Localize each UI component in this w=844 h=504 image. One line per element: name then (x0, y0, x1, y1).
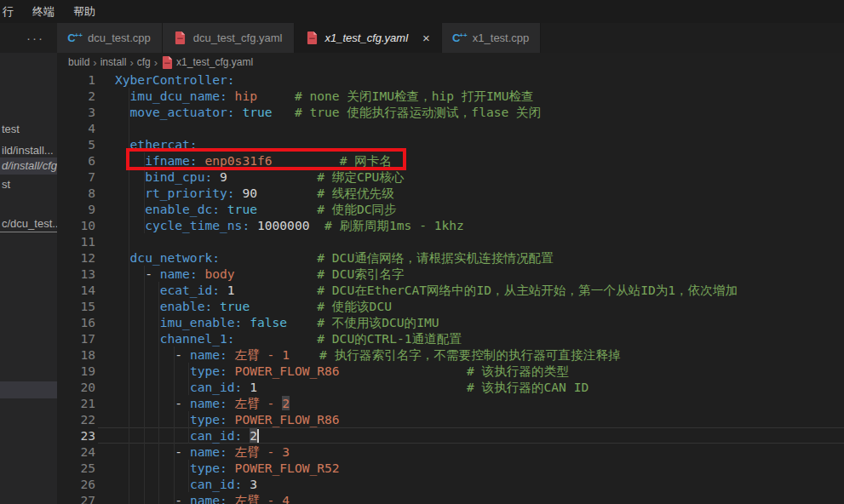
code-line[interactable]: 18 - name: 左臂 - 1 # 执行器索引名字，不需要控制的执行器可直接… (57, 346, 844, 363)
line-number: 21 (57, 395, 95, 411)
code-token (290, 347, 319, 362)
line-number: 19 (57, 363, 95, 379)
sidebar-item[interactable]: test (0, 121, 57, 138)
code-line[interactable]: 27 - name: 左臂 - 4 (57, 492, 844, 504)
code-line[interactable]: 4 (57, 120, 844, 136)
code-token (115, 299, 160, 313)
sidebar-item[interactable]: d/install/cfg (0, 158, 57, 175)
code-token (257, 202, 317, 216)
code-token (250, 218, 257, 232)
code-token (115, 364, 190, 378)
code-token: 1000000 (257, 218, 310, 232)
breadcrumb-part[interactable]: install (100, 56, 127, 68)
tab-x1_test-cpp[interactable]: C++x1_test.cpp (442, 23, 542, 53)
code-line[interactable]: 21 - name: 左臂 - 2 (57, 395, 844, 411)
code-token (115, 331, 160, 346)
code-token: 左臂 - 4 (235, 493, 290, 504)
tab-dcu_test-cpp[interactable]: C++dcu_test.cpp (57, 23, 163, 53)
code-token: channel_1: (160, 331, 235, 346)
code-line[interactable]: 8 rt_priority: 90 # 线程优先级 (57, 185, 844, 201)
code-token: # 使能DC同步 (317, 202, 397, 216)
code-line[interactable]: 14 ecat_id: 1 # DCU在EtherCAT网络中的ID，从主站开始… (57, 282, 844, 298)
code-text: - name: 左臂 - 2 (115, 395, 290, 411)
code-text: ecat_id: 1 # DCU在EtherCAT网络中的ID，从主站开始，第一… (115, 282, 738, 298)
sidebar: ··· testild/install...d/install/cfgstc/d… (0, 23, 57, 504)
sidebar-list: testild/install...d/install/cfgstc/dcu_t… (0, 53, 57, 504)
code-token (115, 250, 130, 265)
close-icon[interactable]: × (422, 32, 430, 44)
code-token: 9 (220, 169, 227, 184)
code-token: 1 (250, 380, 257, 394)
yaml-file-icon (174, 32, 187, 45)
line-number: 4 (57, 120, 95, 136)
code-token: # 该执行器的类型 (467, 364, 569, 378)
code-token: name: (190, 347, 227, 362)
code-editor[interactable]: 1XyberController:2 imu_dcu_name: hip # n… (57, 72, 844, 504)
sidebar-item[interactable]: st (0, 176, 57, 193)
line-number: 6 (57, 152, 95, 169)
code-line[interactable]: 19 type: POWER_FLOW_R86 # 该执行器的类型 (57, 363, 844, 379)
code-line[interactable]: 26 can_id: 3 (57, 476, 844, 492)
code-token: false (250, 315, 287, 329)
code-line[interactable]: 6 ifname: enp0s31f6 # 网卡名 (57, 152, 844, 169)
code-token: # 网卡名 (340, 153, 392, 168)
code-token (242, 380, 250, 394)
code-token (115, 412, 190, 427)
code-line[interactable]: 13 - name: body # DCU索引名字 (57, 266, 844, 282)
code-line[interactable]: 12 dcu_network: # DCU通信网络，请根据实机连接情况配置 (57, 249, 844, 266)
code-line[interactable]: 2 imu_dcu_name: hip # none 关闭IMU检查，hip 打… (57, 88, 844, 104)
code-token (115, 461, 190, 475)
editor-group: C++dcu_test.cppdcu_test_cfg.yamlx1_test_… (57, 23, 844, 504)
line-number: 12 (57, 249, 95, 266)
code-text: XyberController: (115, 72, 235, 88)
breadcrumb-part[interactable]: cfg (137, 56, 151, 68)
code-token: - (175, 347, 190, 362)
code-token: 3 (250, 477, 257, 491)
menu-item-0[interactable]: 行 (0, 0, 23, 23)
code-token (235, 283, 318, 297)
breadcrumb-part[interactable]: build (68, 56, 89, 68)
menu-item-2[interactable]: 帮助 (64, 0, 105, 23)
code-line[interactable]: 25 type: POWER_FLOW_R52 (57, 460, 844, 476)
code-token (115, 105, 130, 119)
code-line[interactable]: 20 can_id: 1 # 该执行器的CAN ID (57, 379, 844, 395)
code-line[interactable]: 24 - name: 左臂 - 3 (57, 444, 844, 460)
code-token: 90 (242, 186, 257, 200)
code-line[interactable]: 11 (57, 233, 844, 249)
code-line[interactable]: 22 type: POWER_FLOW_R86 (57, 411, 844, 427)
code-token: imu_dcu_name: (130, 89, 227, 103)
line-number: 2 (57, 88, 95, 104)
code-line[interactable]: 3 move_actuator: true # true 使能执行器运动测试，f… (57, 104, 844, 120)
more-actions-icon[interactable]: ··· (26, 31, 44, 45)
code-text: - name: body # DCU索引名字 (115, 266, 405, 282)
code-token: name: (160, 266, 198, 281)
code-token (242, 428, 250, 443)
breadcrumb-file[interactable]: x1_test_cfg.yaml (176, 56, 253, 68)
code-token: cycle_time_ns: (145, 218, 250, 232)
code-line[interactable]: 9 enable_dc: true # 使能DC同步 (57, 201, 844, 217)
code-token: # 刷新周期1ms - 1khz (324, 218, 464, 232)
code-token (115, 202, 145, 216)
code-line[interactable]: 15 enable: true # 使能该DCU (57, 298, 844, 314)
code-token (115, 266, 145, 281)
code-token: # 线程优先级 (317, 186, 394, 200)
sidebar-item[interactable]: c/dcu_test... (0, 215, 57, 232)
tab-dcu_test_cfg-yaml[interactable]: dcu_test_cfg.yaml (163, 23, 295, 53)
code-line[interactable]: 10 cycle_time_ns: 1000000 # 刷新周期1ms - 1k… (57, 217, 844, 233)
code-line[interactable]: 23 can_id: 2 (57, 427, 844, 444)
tab-x1_test_cfg-yaml[interactable]: x1_test_cfg.yaml× (295, 23, 442, 53)
code-token: true (220, 299, 250, 313)
code-line[interactable]: 5 ethercat: (57, 136, 844, 152)
code-token: can_id: (190, 380, 243, 394)
code-line[interactable]: 7 bind_cpu: 9 # 绑定CPU核心 (57, 169, 844, 185)
code-token (115, 380, 190, 394)
sidebar-item[interactable]: ild/install... (0, 142, 57, 159)
code-token: POWER_FLOW_R52 (235, 461, 340, 475)
code-line[interactable]: 1XyberController: (57, 72, 844, 88)
code-line[interactable]: 17 channel_1: # DCU的CTRL-1通道配置 (57, 330, 844, 346)
sidebar-item[interactable] (0, 381, 57, 398)
chevron-right-icon: › (93, 56, 96, 69)
menu-item-1[interactable]: 终端 (23, 0, 64, 23)
code-token (115, 347, 175, 362)
code-line[interactable]: 16 imu_enable: false # 不使用该DCU的IMU (57, 314, 844, 330)
